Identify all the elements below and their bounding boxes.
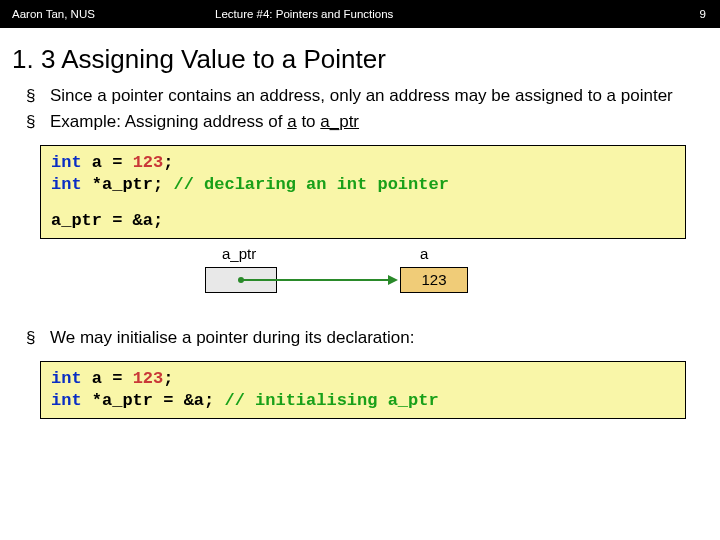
page-number: 9 [700, 8, 706, 20]
code-line: int *a_ptr; // declaring an int pointer [51, 174, 675, 196]
keyword: int [51, 391, 82, 410]
arrow-head-icon [388, 275, 398, 285]
code-line: a_ptr = &a; [51, 210, 675, 232]
bullet-item: Since a pointer contains an address, onl… [40, 83, 710, 109]
lecture-title: Lecture #4: Pointers and Functions [215, 8, 393, 20]
author-label: Aaron Tan, NUS [12, 8, 95, 20]
arrow-line [242, 279, 390, 281]
code-line: int a = 123; [51, 152, 675, 174]
code-text: ; [163, 369, 173, 388]
bullet-text: We may initialise a pointer during its d… [50, 328, 414, 347]
bullet-list: We may initialise a pointer during its d… [0, 323, 720, 351]
keyword: int [51, 369, 82, 388]
ptr-label: a_ptr [222, 245, 256, 262]
code-text: *a_ptr; [82, 175, 174, 194]
number-literal: 123 [133, 153, 164, 172]
keyword: int [51, 175, 82, 194]
code-text: a = [82, 153, 133, 172]
bullet-item: Example: Assigning address of a to a_ptr [40, 109, 710, 135]
bullet-item: We may initialise a pointer during its d… [40, 325, 710, 351]
number-literal: 123 [133, 369, 164, 388]
code-text: a = [82, 369, 133, 388]
bullet-text: Since a pointer contains an address, onl… [50, 86, 673, 105]
bullet-text: Example: Assigning address of [50, 112, 287, 131]
comment: // initialising a_ptr [224, 391, 438, 410]
slide-header: Aaron Tan, NUS Lecture #4: Pointers and … [0, 0, 720, 28]
bullet-text: to [297, 112, 321, 131]
page-title: 1. 3 Assigning Value to a Pointer [0, 28, 720, 81]
pointer-diagram: a_ptr a 123 [0, 245, 720, 323]
value-text: 123 [421, 271, 446, 288]
value-box: 123 [400, 267, 468, 293]
code-text: *a_ptr = &a; [82, 391, 225, 410]
code-block-2: int a = 123; int *a_ptr = &a; // initial… [40, 361, 686, 419]
underlined-var: a_ptr [320, 112, 359, 131]
code-line: int a = 123; [51, 368, 675, 390]
comment: // declaring an int pointer [173, 175, 448, 194]
code-text: ; [163, 153, 173, 172]
code-block-1: int a = 123; int *a_ptr; // declaring an… [40, 145, 686, 239]
keyword: int [51, 153, 82, 172]
code-line: int *a_ptr = &a; // initialising a_ptr [51, 390, 675, 412]
bullet-list: Since a pointer contains an address, onl… [0, 81, 720, 135]
var-label: a [420, 245, 428, 262]
underlined-var: a [287, 112, 296, 131]
code-text: a_ptr = &a; [51, 211, 163, 230]
